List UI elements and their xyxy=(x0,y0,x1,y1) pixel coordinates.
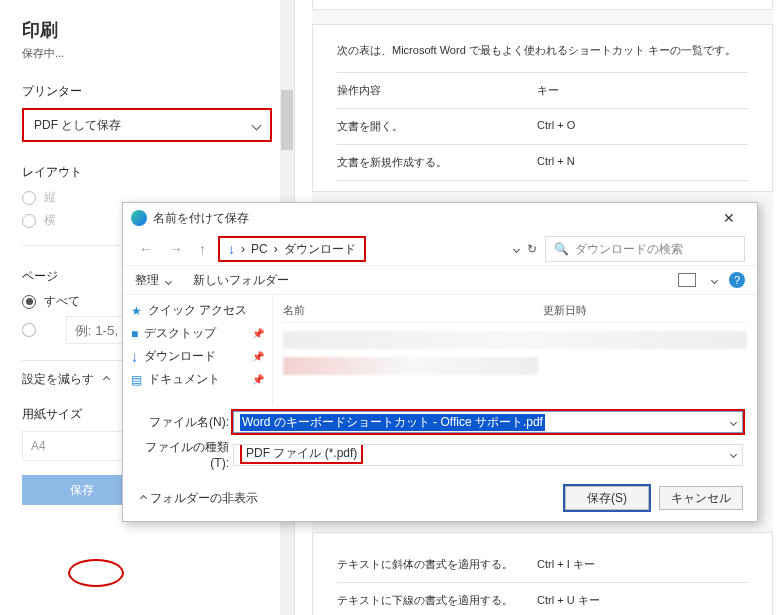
pin-icon: 📌 xyxy=(252,328,264,339)
help-icon[interactable]: ? xyxy=(729,272,745,288)
new-folder-button[interactable]: 新しいフォルダー xyxy=(193,272,289,289)
file-row-blurred xyxy=(283,331,747,349)
paper-size-value: A4 xyxy=(31,439,46,453)
hide-folders-toggle[interactable]: フォルダーの非表示 xyxy=(137,490,258,507)
filename-label: ファイル名(N): xyxy=(137,414,233,431)
refresh-icon[interactable]: ↻ xyxy=(527,242,537,256)
breadcrumb-pc: PC xyxy=(251,242,268,256)
layout-label: レイアウト xyxy=(22,164,272,181)
filetype-value: PDF ファイル (*.pdf) xyxy=(240,445,363,464)
tree-quick-access[interactable]: ★クイック アクセス xyxy=(129,299,266,322)
cell: Ctrl + O xyxy=(537,119,575,134)
dialog-body: ★クイック アクセス ■デスクトップ📌 ↓ダウンロード📌 ▤ドキュメント📌 名前… xyxy=(123,295,757,405)
col-key: キー xyxy=(537,83,559,98)
pin-icon: 📌 xyxy=(252,374,264,385)
saving-status: 保存中... xyxy=(22,46,272,61)
chevron-down-icon xyxy=(252,120,262,130)
view-icon[interactable] xyxy=(678,273,696,287)
tree-downloads[interactable]: ↓ダウンロード📌 xyxy=(129,345,266,368)
search-icon: 🔍 xyxy=(554,242,569,256)
chevron-down-icon[interactable] xyxy=(730,418,737,425)
file-row-blurred xyxy=(283,357,538,375)
forward-arrow-icon[interactable]: → xyxy=(165,241,187,257)
dialog-fields: ファイル名(N): Word のキーボードショートカット - Office サポ… xyxy=(123,405,757,470)
search-input[interactable]: 🔍 ダウンロードの検索 xyxy=(545,236,745,262)
scrollbar-thumb[interactable] xyxy=(281,90,293,150)
download-icon: ↓ xyxy=(131,349,138,365)
tree-desktop[interactable]: ■デスクトップ📌 xyxy=(129,322,266,345)
filetype-label: ファイルの種類(T): xyxy=(137,439,233,470)
chevron-down-icon xyxy=(165,277,172,284)
tree-documents[interactable]: ▤ドキュメント📌 xyxy=(129,368,266,391)
folder-tree: ★クイック アクセス ■デスクトップ📌 ↓ダウンロード📌 ▤ドキュメント📌 xyxy=(123,295,273,405)
dialog-cancel-button[interactable]: キャンセル xyxy=(659,486,743,510)
filename-value: Word のキーボードショートカット - Office サポート.pdf xyxy=(240,414,545,431)
col-name[interactable]: 名前 xyxy=(283,303,543,318)
doc-page-lower: テキストに斜体の書式を適用する。 Ctrl + I キー テキストに下線の書式を… xyxy=(312,532,773,615)
radio-icon xyxy=(22,191,36,205)
chevron-down-icon[interactable] xyxy=(513,245,520,252)
radio-icon xyxy=(22,323,36,337)
save-button-label: 保存 xyxy=(70,482,94,499)
radio-icon xyxy=(22,295,36,309)
pin-icon: 📌 xyxy=(252,351,264,362)
breadcrumb-downloads: ダウンロード xyxy=(284,241,356,258)
print-title: 印刷 xyxy=(22,18,272,42)
filename-input[interactable]: Word のキーボードショートカット - Office サポート.pdf xyxy=(233,411,743,433)
chevron-down-icon[interactable] xyxy=(711,276,718,283)
cell: 文書を開く。 xyxy=(337,119,537,134)
cell: Ctrl + N xyxy=(537,155,575,170)
chevron-up-icon xyxy=(140,494,147,501)
printer-value: PDF として保存 xyxy=(34,117,121,134)
pages-all-label: すべて xyxy=(44,293,80,310)
cell: テキストに下線の書式を適用する。 xyxy=(337,593,537,608)
chevron-up-icon xyxy=(103,376,110,383)
dialog-toolbar: 整理 新しいフォルダー ? xyxy=(123,265,757,295)
download-icon: ↓ xyxy=(228,241,235,257)
breadcrumb[interactable]: ↓ › PC › ダウンロード xyxy=(218,236,366,262)
up-arrow-icon[interactable]: ↑ xyxy=(195,241,210,257)
printer-select[interactable]: PDF として保存 xyxy=(22,108,272,142)
layout-landscape-label: 横 xyxy=(44,212,56,229)
edge-icon xyxy=(131,210,147,226)
col-date[interactable]: 更新日時 xyxy=(543,303,587,318)
cell: Ctrl + I キー xyxy=(537,557,595,572)
filetype-select[interactable]: PDF ファイル (*.pdf) xyxy=(233,444,743,466)
dialog-titlebar: 名前を付けて保存 ✕ xyxy=(123,203,757,233)
save-as-dialog: 名前を付けて保存 ✕ ← → ↑ ↓ › PC › ダウンロード ↻ 🔍 ダウン… xyxy=(122,202,758,522)
col-action: 操作内容 xyxy=(337,83,537,98)
cell: 文書を新規作成する。 xyxy=(337,155,537,170)
doc-page: 次の表は、Microsoft Word で最もよく使われるショートカット キーの… xyxy=(312,24,773,192)
chevron-down-icon[interactable] xyxy=(730,451,737,458)
printer-label: プリンター xyxy=(22,83,272,100)
search-placeholder: ダウンロードの検索 xyxy=(575,241,683,258)
cell: Ctrl + U キー xyxy=(537,593,600,608)
dialog-footer: フォルダーの非表示 保存(S) キャンセル xyxy=(123,476,757,520)
organize-menu[interactable]: 整理 xyxy=(135,272,171,289)
document-icon: ▤ xyxy=(131,373,142,387)
dialog-title: 名前を付けて保存 xyxy=(153,210,249,227)
doc-intro: 次の表は、Microsoft Word で最もよく使われるショートカット キーの… xyxy=(337,43,748,58)
close-button[interactable]: ✕ xyxy=(709,204,749,232)
dialog-save-button[interactable]: 保存(S) xyxy=(565,486,649,510)
reduce-settings-label: 設定を減らす xyxy=(22,371,94,388)
desktop-icon: ■ xyxy=(131,327,138,341)
back-arrow-icon[interactable]: ← xyxy=(135,241,157,257)
star-icon: ★ xyxy=(131,304,142,318)
dialog-nav: ← → ↑ ↓ › PC › ダウンロード ↻ 🔍 ダウンロードの検索 xyxy=(123,233,757,265)
layout-portrait-label: 縦 xyxy=(44,189,56,206)
cell: テキストに斜体の書式を適用する。 xyxy=(337,557,537,572)
file-list: 名前 更新日時 xyxy=(273,295,757,405)
radio-icon xyxy=(22,214,36,228)
